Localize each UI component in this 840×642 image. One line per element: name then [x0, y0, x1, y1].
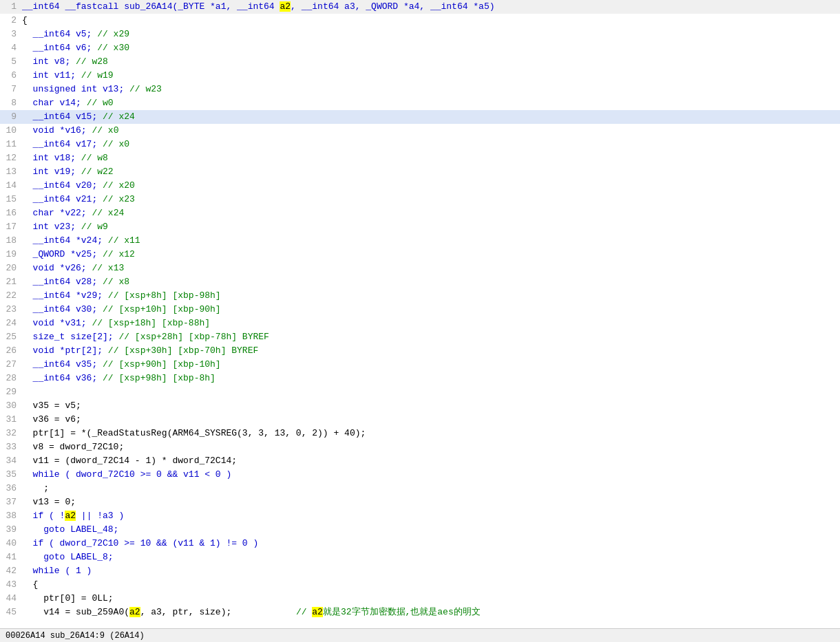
code-token: void *v26;	[22, 263, 92, 273]
line-content: while ( dword_72C10 >= 0 && v11 < 0 )	[22, 468, 231, 482]
comment-text: // x24	[103, 111, 135, 122]
line-number: 13	[3, 165, 22, 179]
code-token: int v23;	[22, 222, 81, 232]
code-line: 9 __int64 v15; // x24	[0, 110, 840, 124]
line-number: 27	[3, 358, 22, 372]
comment-text: // [xsp+28h] [xbp-78h] BYREF	[118, 332, 269, 342]
line-content: if ( dword_72C10 >= 10 && (v11 & 1) != 0…	[22, 537, 258, 550]
line-number: 16	[3, 206, 22, 220]
code-token: unsigned int v13;	[22, 84, 129, 94]
line-number: 12	[3, 151, 22, 165]
line-number: 42	[3, 564, 22, 578]
line-number: 35	[3, 468, 22, 482]
comment-text: // x24	[92, 208, 124, 218]
code-token: __int64 v35;	[22, 359, 103, 370]
code-token: v8 = dword_72C10;	[22, 442, 124, 452]
code-token: __int64 v6;	[22, 43, 97, 53]
code-line: 20 void *v26; // x13	[0, 261, 840, 275]
code-line: 14 __int64 v20; // x20	[0, 179, 840, 193]
code-line: 10 void *v16; // x0	[0, 124, 840, 138]
line-number: 17	[3, 220, 22, 234]
code-line: 1__int64 __fastcall sub_26A14(_BYTE *a1,…	[0, 0, 840, 14]
code-token: __int64 v17;	[22, 139, 103, 149]
line-number: 6	[3, 69, 22, 83]
line-content: v8 = dword_72C10;	[22, 440, 124, 454]
code-line: 45 v14 = sub_259A0(a2, a3, ptr, size); /…	[0, 606, 840, 619]
line-content: __int64 v15; // x24	[22, 110, 135, 124]
code-token: char *v22;	[22, 208, 92, 218]
line-content: v36 = v6;	[22, 413, 81, 427]
line-number: 37	[3, 495, 22, 509]
line-number: 29	[3, 385, 22, 399]
line-content: __int64 v36; // [xsp+98h] [xbp-8h]	[22, 372, 216, 385]
line-content: goto LABEL_8;	[22, 550, 114, 564]
code-line: 39 goto LABEL_48;	[0, 523, 840, 537]
code-line: 19 _QWORD *v25; // x12	[0, 248, 840, 261]
code-line: 41 goto LABEL_8;	[0, 550, 840, 564]
code-token: , __int64 a3, _QWORD *a4, __int64 *a5)	[291, 1, 494, 12]
line-number: 18	[3, 234, 22, 248]
code-token: _QWORD *v25;	[22, 249, 103, 259]
code-token: __int64 v15;	[22, 111, 103, 122]
line-content: if ( !a2 || !a3 )	[22, 509, 124, 523]
line-content: _QWORD *v25; // x12	[22, 248, 135, 261]
code-line: 18 __int64 *v24; // x11	[0, 234, 840, 248]
line-content: __int64 v28; // x8	[22, 275, 129, 289]
code-line: 15 __int64 v21; // x23	[0, 193, 840, 206]
line-number: 7	[3, 83, 22, 96]
line-number: 33	[3, 440, 22, 454]
code-line: 25 size_t size[2]; // [xsp+28h] [xbp-78h…	[0, 330, 840, 344]
line-content: ptr[0] = 0LL;	[22, 592, 114, 606]
code-line: 31 v36 = v6;	[0, 413, 840, 427]
code-token: __int64 v21;	[22, 194, 103, 204]
line-content: int v19; // w22	[22, 165, 114, 179]
line-number: 2	[3, 14, 22, 28]
code-token: void *ptr[2];	[22, 345, 108, 356]
code-line: 7 unsigned int v13; // w23	[0, 83, 840, 96]
comment-text: // x20	[103, 180, 135, 191]
line-content: ;	[22, 482, 49, 495]
line-number: 15	[3, 193, 22, 206]
line-content: char *v22; // x24	[22, 206, 124, 220]
comment-text: //	[231, 607, 312, 617]
line-content: __int64 *v29; // [xsp+8h] [xbp-98h]	[22, 289, 221, 303]
comment-text: // [xsp+30h] [xbp-70h] BYREF	[108, 345, 258, 356]
line-content: v13 = 0;	[22, 495, 76, 509]
comment-text: // x29	[97, 29, 129, 39]
comment-text: // x13	[92, 263, 124, 273]
code-token: {	[22, 15, 28, 25]
line-content: int v18; // w8	[22, 151, 108, 165]
code-line: 36 ;	[0, 482, 840, 495]
code-area: 1__int64 __fastcall sub_26A14(_BYTE *a1,…	[0, 0, 840, 619]
line-content: void *ptr[2]; // [xsp+30h] [xbp-70h] BYR…	[22, 344, 258, 358]
comment-text: // w23	[129, 84, 162, 94]
line-content: goto LABEL_48;	[22, 523, 118, 537]
highlighted-token: a2	[312, 607, 323, 617]
highlighted-token: a2	[280, 1, 291, 12]
code-token: ptr[0] = 0LL;	[22, 593, 114, 603]
line-number: 8	[3, 96, 22, 110]
line-number: 41	[3, 550, 22, 564]
comment-text: // [xsp+98h] [xbp-8h]	[103, 373, 216, 383]
line-number: 22	[3, 289, 22, 303]
line-number: 44	[3, 592, 22, 606]
line-number: 3	[3, 28, 22, 41]
comment-text: // w28	[76, 56, 108, 67]
line-number: 39	[3, 523, 22, 537]
code-line: 17 int v23; // w9	[0, 220, 840, 234]
line-content: __int64 *v24; // x11	[22, 234, 140, 248]
line-content: unsigned int v13; // w23	[22, 83, 162, 96]
comment-text: // [xsp+10h] [xbp-90h]	[103, 304, 221, 314]
highlighted-token: a2	[129, 607, 140, 617]
code-line: 5 int v8; // w28	[0, 55, 840, 69]
code-line: 22 __int64 *v29; // [xsp+8h] [xbp-98h]	[0, 289, 840, 303]
comment-text: // w0	[87, 98, 114, 108]
code-token: __int64 __fastcall sub_26A14(_BYTE *a1, …	[22, 1, 280, 12]
line-content: char v14; // w0	[22, 96, 114, 110]
code-line: 4 __int64 v6; // x30	[0, 41, 840, 55]
line-content: void *v16; // x0	[22, 124, 118, 138]
code-token: __int64 v20;	[22, 180, 103, 191]
line-number: 1	[3, 0, 22, 14]
line-content: ptr[1] = *(_ReadStatusReg(ARM64_SYSREG(3…	[22, 427, 366, 440]
line-content: v11 = (dword_72C14 - 1) * dword_72C14;	[22, 454, 237, 468]
